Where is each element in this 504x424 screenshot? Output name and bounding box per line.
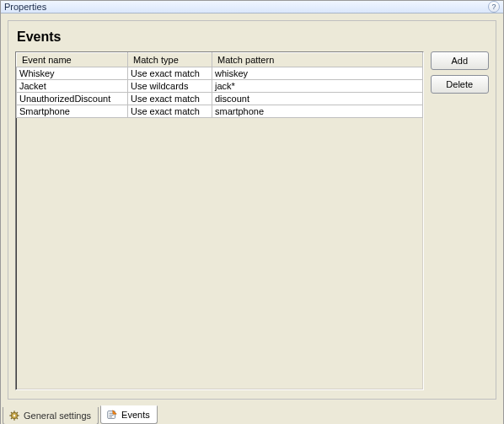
tab-label: Events	[121, 410, 150, 420]
cell-event-name[interactable]: Smartphone	[17, 105, 128, 118]
svg-line-6	[11, 412, 12, 413]
section-heading: Events	[17, 30, 489, 45]
cell-event-name[interactable]: UnauthorizedDiscount	[17, 93, 128, 105]
add-button[interactable]: Add	[431, 51, 490, 70]
events-table-container: Event name Match type Match pattern Whis…	[15, 51, 424, 390]
table-row[interactable]: Jacket Use wildcards jack*	[17, 80, 423, 93]
table-row[interactable]: UnauthorizedDiscount Use exact match dis…	[17, 93, 423, 105]
tab-general-settings[interactable]: General settings	[3, 407, 99, 424]
content-area: Events Event name Match type Match patte…	[1, 13, 503, 406]
cell-match-type[interactable]: Use wildcards	[128, 80, 212, 93]
events-icon	[106, 409, 118, 421]
table-row[interactable]: Smartphone Use exact match smartphone	[17, 105, 423, 118]
col-event-name[interactable]: Event name	[17, 53, 128, 67]
events-panel: Events Event name Match type Match patte…	[8, 20, 496, 400]
svg-line-8	[17, 412, 18, 413]
cell-match-type[interactable]: Use exact match	[128, 93, 212, 105]
cell-match-pattern[interactable]: jack*	[212, 80, 423, 93]
cell-match-pattern[interactable]: smartphone	[212, 105, 423, 118]
cell-match-type[interactable]: Use exact match	[128, 67, 212, 80]
col-match-pattern[interactable]: Match pattern	[212, 53, 423, 67]
cell-match-pattern[interactable]: whiskey	[212, 67, 423, 80]
cell-match-pattern[interactable]: discount	[212, 93, 423, 105]
gear-icon	[8, 410, 20, 421]
button-column: Add Delete	[431, 51, 490, 94]
svg-point-1	[13, 415, 15, 416]
delete-button[interactable]: Delete	[431, 75, 490, 94]
cell-event-name[interactable]: Jacket	[17, 80, 128, 93]
help-icon[interactable]: ?	[488, 1, 500, 13]
tab-events[interactable]: Events	[100, 405, 158, 424]
cell-event-name[interactable]: Whiskey	[17, 67, 128, 80]
col-match-type[interactable]: Match type	[128, 53, 212, 67]
cell-match-type[interactable]: Use exact match	[128, 105, 212, 118]
table-header-row: Event name Match type Match pattern	[17, 53, 423, 67]
svg-line-9	[11, 418, 12, 419]
window-title: Properties	[4, 2, 46, 12]
events-table[interactable]: Event name Match type Match pattern Whis…	[16, 52, 423, 118]
table-row[interactable]: Whiskey Use exact match whiskey	[17, 67, 423, 80]
tab-label: General settings	[24, 411, 91, 421]
titlebar: Properties ?	[1, 1, 503, 13]
tabstrip: General settings Events	[1, 405, 503, 424]
properties-window: Properties ? Events Event name Match typ…	[0, 0, 504, 424]
svg-line-7	[17, 418, 18, 419]
